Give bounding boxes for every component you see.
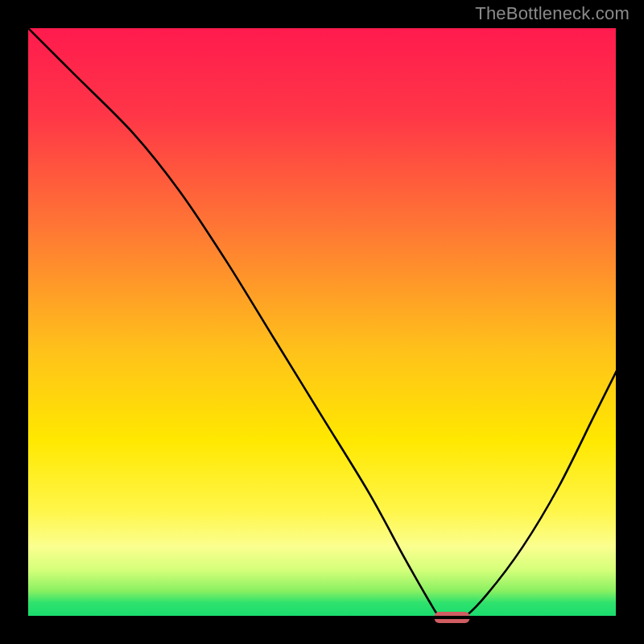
bottleneck-chart-svg <box>0 0 644 644</box>
chart-frame: TheBottleneck.com <box>0 0 644 644</box>
